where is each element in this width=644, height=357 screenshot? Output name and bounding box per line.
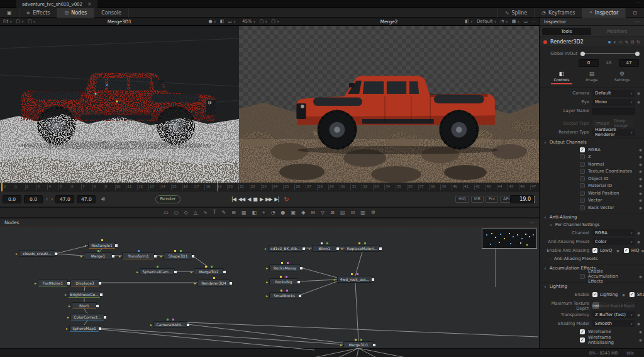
node-input-port[interactable]: ▸ — [85, 243, 87, 248]
param-anim-dot[interactable]: ● — [635, 91, 642, 95]
node-output-port[interactable] — [297, 281, 300, 283]
node-clouds-creati[interactable]: clouds_creati...▸ — [19, 250, 55, 257]
checkbox-lowq[interactable]: ✓ — [592, 248, 597, 253]
text-tool-icon[interactable]: T — [213, 210, 216, 215]
renderer-type-dropdown[interactable]: Hardware Renderer∨ — [592, 129, 635, 136]
right-viewport-scale-dropdown[interactable]: 45%∨ — [242, 19, 256, 24]
node-input-port[interactable]: ▸ — [65, 292, 67, 297]
channel-dropdown[interactable]: RGBA∨ — [592, 229, 635, 236]
paint-tool-icon[interactable]: ✎ — [222, 210, 226, 215]
node-input-port[interactable]: ▸ — [66, 326, 68, 331]
bspline-mask-icon[interactable]: △ — [194, 210, 197, 215]
eye-dropdown[interactable]: Mono∨ — [592, 99, 635, 106]
node-4wd-rock-ass[interactable]: 4wd_rock_ass...▸ — [337, 276, 372, 283]
global-range-slider[interactable] — [581, 53, 639, 54]
pencil-icon[interactable]: ✎ — [625, 40, 628, 45]
node-merge3d1[interactable]: Merge3D1▸ — [343, 341, 374, 348]
param-anim-dot[interactable]: ● — [637, 155, 644, 159]
node-output-port[interactable] — [223, 271, 226, 273]
node-input-port[interactable]: ▸ — [266, 266, 268, 271]
node-input-port[interactable]: ▸ — [309, 246, 311, 251]
node-output-port[interactable] — [174, 271, 177, 273]
light3d-icon[interactable]: ▽ — [321, 210, 325, 215]
tab-settings[interactable]: ⚙Settings — [611, 71, 633, 84]
glow-tool-icon[interactable]: ● — [281, 210, 286, 215]
tab-image[interactable]: ▤Image — [581, 71, 602, 84]
merge3d-icon[interactable]: ⊠ — [330, 210, 335, 215]
keyframes-button[interactable]: ◔Keyframes — [534, 8, 582, 18]
go-to-start-button[interactable]: |◀ — [231, 196, 236, 202]
checkbox-back-vector[interactable] — [580, 205, 585, 210]
param-anim-dot[interactable]: ● — [635, 231, 642, 235]
render-end-field[interactable]: 47.0 — [55, 195, 74, 203]
play-button[interactable]: ▶ — [260, 196, 263, 202]
checkbox-normal[interactable] — [580, 162, 585, 167]
quality-chip-hiq[interactable]: HiQ — [455, 196, 469, 203]
node-blur1[interactable]: Blur1▸ — [72, 302, 97, 309]
comp-start-field[interactable]: 0.0 — [3, 195, 21, 203]
right-viewport-menu-icon[interactable]: ⋯ — [531, 19, 536, 24]
right-viewport-roi-button[interactable]: ▭ — [523, 19, 528, 24]
node-output-port[interactable] — [299, 295, 301, 297]
node-output-port[interactable] — [336, 247, 339, 250]
node-input-port[interactable]: ▸ — [119, 254, 121, 259]
node-output-port[interactable] — [96, 305, 99, 307]
quality-chip-prx[interactable]: Prx — [486, 196, 498, 203]
node-input-port[interactable]: ▸ — [265, 246, 267, 251]
step-forward-icon[interactable]: › — [51, 196, 53, 202]
close-tab-icon[interactable]: × — [87, 1, 92, 7]
node-graph-minimap[interactable] — [482, 229, 537, 249]
node-rocksbig[interactable]: RocksBig▸ — [269, 278, 298, 285]
section-anti-aliasing[interactable]: ∨ Anti-Aliasing — [540, 213, 644, 221]
tracker-tool-icon[interactable]: ⊡ — [350, 210, 355, 215]
step-back-icon[interactable]: ‹ — [46, 196, 48, 202]
aa-preset-dropdown[interactable]: Color∨ — [592, 238, 635, 245]
global-out-field[interactable]: 47 — [619, 59, 639, 67]
node-output-port[interactable] — [230, 282, 232, 285]
param-anim-dot[interactable]: ● — [637, 206, 644, 210]
node-rocksmossy[interactable]: RocksMossy▸ — [269, 264, 301, 271]
reset-icon[interactable]: ↻ — [637, 40, 640, 45]
node-output-port[interactable] — [154, 255, 157, 258]
play-reverse-button[interactable]: ◀ — [247, 196, 250, 202]
left-viewport-scale-dropdown[interactable]: Fit∨ — [3, 19, 12, 24]
node-output-port[interactable] — [99, 282, 101, 285]
tab-modifiers[interactable]: Modifiers — [593, 28, 642, 35]
checkbox-wireframe[interactable]: ✓ — [580, 329, 585, 334]
node-sd1v2-bk-alb[interactable]: sd1v2_BK_Alb...▸ — [268, 245, 303, 252]
right-viewport-render[interactable] — [239, 26, 539, 183]
tab-controls[interactable]: ◧Controls — [551, 71, 572, 84]
node-output-port[interactable] — [379, 247, 382, 250]
node-input-port[interactable]: ▸ — [150, 322, 152, 327]
subsection-aa-presets[interactable]: › Anti-Aliasing Presets — [540, 255, 644, 263]
checkbox-world-position[interactable] — [580, 191, 585, 196]
param-anim-dot[interactable]: ● — [635, 240, 642, 244]
audio-icon[interactable]: ◂)) — [101, 196, 104, 201]
nodes-button[interactable]: ⊞Nodes — [57, 8, 94, 18]
node-blinn1[interactable]: Blinn1▸ — [312, 245, 337, 252]
node-input-port[interactable]: ▸ — [266, 280, 268, 285]
node-input-port[interactable]: ▸ — [69, 303, 70, 309]
console-button[interactable]: Console — [94, 8, 129, 18]
node-rectangle1[interactable]: Rectangle1▸ — [88, 242, 116, 249]
node-colorcorrect[interactable]: ColorCorrect...▸ — [70, 314, 104, 320]
node-input-port[interactable]: ▸ — [160, 254, 162, 259]
right-viewport-options-dropdown[interactable]: ▢∨ — [271, 19, 279, 24]
effects-button[interactable]: ∗Effects — [19, 8, 58, 18]
node-merge3d2[interactable]: Merge3D2▸ — [194, 268, 224, 275]
transform-tool-icon[interactable]: ⌖ — [262, 210, 265, 216]
node-displace3[interactable]: Displace3▸ — [70, 280, 99, 286]
node-output-port[interactable] — [99, 327, 101, 330]
ellipse-mask-icon[interactable]: ○ — [174, 210, 179, 215]
comp-end-field[interactable]: 47.0 — [77, 195, 96, 203]
param-anim-dot[interactable]: ● — [637, 184, 644, 188]
spline-tool-icon[interactable]: ∿ — [203, 210, 208, 215]
node-smallrocks[interactable]: SmallRocks▸ — [269, 292, 299, 299]
inspector-menu-icon[interactable]: ⋯ — [635, 19, 640, 25]
checkbox-texture-coordinates[interactable] — [580, 169, 585, 174]
shading-model-dropdown[interactable]: Smooth∨ — [592, 320, 635, 327]
node-input-port[interactable]: ▸ — [67, 281, 69, 286]
render-start-field[interactable]: 0.0 — [24, 195, 43, 203]
copy-icon[interactable]: ▭ — [618, 40, 622, 45]
param-anim-dot[interactable]: ● — [637, 148, 644, 152]
